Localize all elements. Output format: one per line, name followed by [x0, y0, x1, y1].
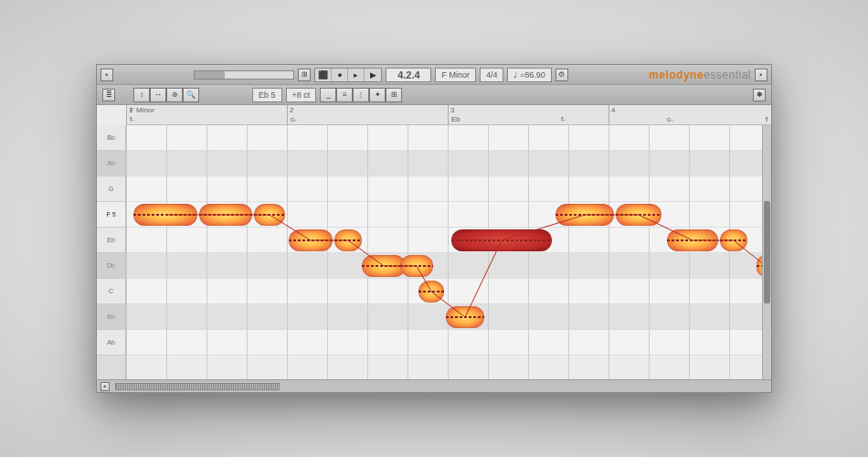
tool-group-display: ⎯ ≡ ⋮ ✦ ⊞	[320, 88, 402, 102]
time-ruler[interactable]: F Minor 1234f-c-Ebf-c-f	[126, 105, 771, 125]
pitch-row	[126, 176, 771, 202]
note-canvas[interactable]	[126, 125, 771, 379]
bar-number: 2	[290, 106, 293, 114]
overview-toggle-icon[interactable]: ▪	[101, 382, 110, 391]
pitch-label: C	[97, 279, 125, 304]
bottom-bar: ▪	[97, 379, 771, 392]
bar-number: 4	[611, 106, 615, 114]
pitch-row	[126, 151, 771, 176]
product-logo: melodyneessential	[649, 69, 751, 81]
note-blob[interactable]	[451, 229, 552, 251]
chord-label: f-	[561, 115, 566, 123]
pitch-label: Db	[97, 253, 125, 279]
main-tool-split-icon[interactable]: ⊕	[166, 88, 183, 102]
transpose-value[interactable]: +8 ct	[286, 88, 317, 102]
pitch-row	[126, 125, 771, 151]
record-button[interactable]: ●	[332, 69, 348, 81]
scrollbar-thumb[interactable]	[764, 201, 770, 303]
pitch-reference[interactable]: Eb 5	[252, 88, 282, 102]
display-mode-5-icon[interactable]: ⊞	[386, 88, 402, 102]
pitch-row	[126, 279, 771, 304]
note-blob[interactable]	[667, 229, 718, 251]
gear-icon[interactable]: ✱	[753, 89, 766, 101]
track-list-icon[interactable]: ≣	[102, 89, 115, 101]
stop-button[interactable]: ⬛	[315, 69, 332, 81]
note-blob[interactable]	[616, 204, 662, 226]
pitch-label: Eb	[97, 228, 125, 253]
pitch-row	[126, 330, 771, 356]
note-blob[interactable]	[133, 204, 197, 226]
cycle-button[interactable]: ▸	[348, 69, 365, 81]
title-bar: ▪ ⊞ ⬛ ● ▸ ▶ 4.2.4 F Minor 4/4 ♩ = 86.90 …	[97, 65, 771, 85]
note-blob[interactable]	[289, 229, 333, 251]
main-tool-move-icon[interactable]: ↔	[150, 88, 166, 102]
version-display: 4.2.4	[386, 68, 431, 82]
vertical-scrollbar[interactable]	[762, 125, 771, 379]
note-blob[interactable]	[446, 306, 484, 328]
note-editor: F Minor 1234f-c-Ebf-c-f BbAbGF 5EbDbCBbA…	[97, 105, 771, 379]
tempo-display[interactable]: ♩ = 86.90	[507, 68, 551, 82]
bar-number: 1	[129, 106, 132, 114]
grid-area: BbAbGF 5EbDbCBbAb	[97, 125, 771, 379]
snap-toggle-icon[interactable]: ⊞	[298, 69, 311, 81]
note-blob[interactable]	[400, 255, 433, 277]
toolbar: ≣ ↕ ↔ ⊕ 🔍 Eb 5 +8 ct ⎯ ≡ ⋮ ✦ ⊞ ✱	[97, 85, 771, 105]
pitch-label: F 5	[97, 202, 125, 228]
pitch-label: Ab	[97, 151, 125, 176]
display-mode-1-icon[interactable]: ⎯	[320, 88, 336, 102]
buffer-progress	[194, 70, 294, 80]
time-signature[interactable]: 4/4	[480, 68, 504, 82]
tool-group-main: ↕ ↔ ⊕ 🔍	[133, 88, 199, 102]
main-tool-zoom-icon[interactable]: 🔍	[183, 88, 199, 102]
pitch-row	[126, 253, 771, 279]
pitch-label: Ab	[97, 330, 125, 356]
display-mode-3-icon[interactable]: ⋮	[353, 88, 369, 102]
corner-menu-icon[interactable]: ▪	[101, 69, 113, 81]
note-blob[interactable]	[362, 255, 406, 277]
pitch-label: G	[97, 176, 125, 202]
scale-selector[interactable]: F Minor	[435, 68, 476, 82]
pitch-label: Bb	[97, 125, 125, 151]
ruler-scale-label: F Minor	[130, 106, 154, 114]
chord-label: c-	[667, 115, 673, 123]
chord-label: Eb	[451, 115, 460, 123]
overview-waveform[interactable]	[115, 383, 280, 390]
settings-icon[interactable]: ⚙	[556, 69, 568, 81]
note-blob[interactable]	[334, 229, 362, 251]
note-blob[interactable]	[720, 229, 747, 251]
chord-label: f	[766, 115, 767, 123]
transport-controls: ⬛ ● ▸ ▶	[314, 68, 382, 82]
display-mode-2-icon[interactable]: ≡	[336, 88, 353, 102]
note-blob[interactable]	[556, 204, 614, 226]
app-window: ▪ ⊞ ⬛ ● ▸ ▶ 4.2.4 F Minor 4/4 ♩ = 86.90 …	[96, 64, 772, 393]
pitch-label: Bb	[97, 304, 125, 330]
note-blob[interactable]	[199, 204, 252, 226]
corner-close-icon[interactable]: ▪	[755, 69, 767, 81]
display-mode-4-icon[interactable]: ✦	[369, 88, 386, 102]
note-blob[interactable]	[418, 281, 444, 303]
chord-label: c-	[291, 115, 297, 123]
pitch-ruler[interactable]: BbAbGF 5EbDbCBbAb	[97, 125, 126, 379]
play-button[interactable]: ▶	[365, 69, 381, 81]
main-tool-pitch-icon[interactable]: ↕	[133, 88, 150, 102]
bar-number: 3	[450, 106, 454, 114]
note-blob[interactable]	[254, 204, 285, 226]
chord-label: f-	[130, 115, 134, 123]
